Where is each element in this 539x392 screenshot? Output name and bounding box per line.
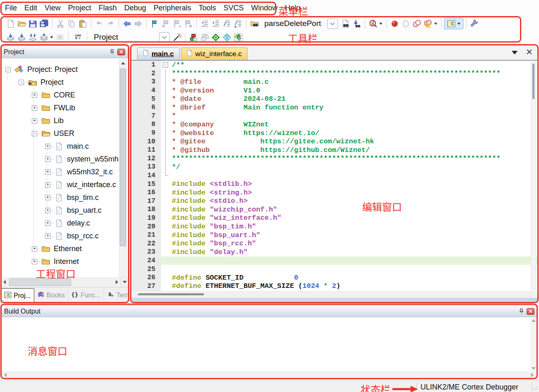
prev-bookmark-icon[interactable] — [160, 18, 171, 29]
tree-item-project-project[interactable]: -Project: Project — [1, 63, 128, 76]
code-line-13[interactable]: 13*/ — [131, 163, 538, 171]
rebuild-icon[interactable] — [27, 32, 38, 43]
build-output-content[interactable] — [1, 317, 538, 371]
tree-item-bsp-rcc-c[interactable]: +bsp_rcc.c — [1, 230, 128, 242]
open-file-icon[interactable] — [16, 18, 27, 29]
code-line-11[interactable]: 11* @github https://github.com/Wiznet/ — [131, 146, 538, 154]
editor-vscrollbar[interactable] — [531, 62, 536, 290]
code-area[interactable]: 1-/**2**********************************… — [131, 61, 538, 291]
menu-item-view[interactable]: View — [41, 4, 64, 12]
code-line-6[interactable]: 6* @brief Main function entry — [131, 103, 538, 112]
code-line-20[interactable]: 20#include "bsp_tim.h" — [131, 222, 538, 231]
code-line-8[interactable]: 8* @company WIZnet — [131, 120, 538, 129]
tree-item-project[interactable]: -Project — [1, 76, 128, 89]
menu-item-window[interactable]: Window — [247, 4, 281, 12]
kill-all-breakpoints-icon[interactable] — [423, 18, 434, 29]
project-tree-vscrollbar[interactable] — [119, 59, 127, 277]
debug-windows-button[interactable] — [444, 18, 463, 29]
undo-icon[interactable] — [94, 18, 105, 29]
resize-grip[interactable] — [534, 384, 538, 392]
save-icon[interactable] — [27, 18, 38, 29]
code-line-17[interactable]: 17#include <stdio.h> — [131, 197, 538, 206]
pin-icon[interactable] — [108, 48, 116, 56]
find-combo-dropdown[interactable] — [327, 19, 338, 29]
build-output-hscrollbar[interactable] — [1, 371, 538, 379]
breakpoints-dropdown-icon[interactable] — [434, 23, 437, 25]
find-in-files-icon[interactable] — [249, 18, 260, 29]
cut-icon[interactable] — [55, 18, 66, 29]
code-line-26[interactable]: 26#define SOCKET_ID 0 — [131, 273, 538, 282]
code-line-21[interactable]: 21#include "bsp_uart.h" — [131, 231, 538, 240]
menu-item-flash[interactable]: Flash — [95, 4, 121, 12]
batch-build-icon[interactable] — [38, 32, 50, 43]
tree-item-main-c[interactable]: +main.c — [1, 140, 128, 153]
indent-right-icon[interactable] — [210, 18, 221, 29]
code-line-27[interactable]: 27#define ETHERNET_BUF_MAX_SIZE (1024 * … — [131, 282, 538, 290]
code-line-7[interactable]: 7* — [131, 112, 538, 121]
code-line-10[interactable]: 10* @gitee https://gitee.com/wiznet-hk — [131, 137, 538, 146]
translate-icon[interactable] — [5, 32, 16, 43]
incremental-find-icon[interactable] — [351, 18, 362, 29]
code-line-15[interactable]: 15#include <stdlib.h> — [131, 180, 538, 188]
disable-all-breakpoints-icon[interactable] — [411, 18, 423, 29]
load-icon[interactable]: LOAD — [71, 32, 84, 43]
editor-tab-main-c[interactable]: main.c — [137, 48, 180, 60]
tree-item-ethernet[interactable]: +Ethernet — [1, 242, 128, 255]
target-options-wand-icon[interactable] — [171, 32, 183, 43]
editor-tab-list-icon[interactable] — [512, 51, 518, 55]
editor-hscrollbar[interactable] — [131, 291, 538, 298]
pack-installer-icon[interactable] — [233, 32, 244, 43]
indent-left-icon[interactable] — [199, 18, 210, 29]
menu-item-peripherals[interactable]: Peripherals — [150, 4, 195, 12]
panel-tab-func[interactable]: {}Func... — [68, 288, 104, 302]
build-pin-icon[interactable] — [518, 308, 525, 315]
manage-rte-icon[interactable] — [210, 32, 221, 43]
build-close-button[interactable] — [527, 308, 534, 315]
code-line-19[interactable]: 19#include "wiz_interface.h" — [131, 214, 538, 223]
disabled-breakpoint-icon[interactable] — [400, 18, 411, 29]
bookmark-icon[interactable] — [149, 18, 160, 29]
build-output-vscrollbar[interactable] — [530, 318, 537, 371]
menu-item-tools[interactable]: Tools — [195, 4, 220, 12]
paste-icon[interactable] — [77, 18, 88, 29]
batch-build-dropdown-icon[interactable] — [50, 36, 53, 38]
quick-find-dropdown-icon[interactable] — [379, 23, 382, 25]
tree-item-user[interactable]: -USER — [1, 127, 128, 140]
find-document-icon[interactable] — [340, 18, 351, 29]
project-close-button[interactable] — [117, 49, 125, 55]
build-icon[interactable] — [16, 32, 27, 43]
stop-build-icon[interactable] — [55, 32, 66, 43]
insert-breakpoint-icon[interactable] — [389, 18, 400, 29]
target-select[interactable]: Project — [94, 33, 159, 42]
code-line-24[interactable]: 24 — [131, 257, 538, 265]
code-line-9[interactable]: 9* @website https://wiznet.io/ — [131, 129, 538, 138]
menu-item-edit[interactable]: Edit — [21, 4, 41, 12]
menu-item-debug[interactable]: Debug — [121, 4, 150, 12]
menu-item-project[interactable]: Project — [64, 4, 95, 12]
select-software-packs-icon[interactable] — [221, 32, 233, 43]
code-line-14[interactable]: 14 — [131, 171, 538, 180]
code-line-23[interactable]: 23#include "delay.h" — [131, 248, 538, 257]
configure-icon[interactable] — [469, 18, 480, 29]
code-line-3[interactable]: 3* @file main.c — [131, 78, 538, 86]
comment-icon[interactable] — [221, 18, 233, 29]
editor-close-icon[interactable] — [527, 49, 532, 56]
target-select-dropdown[interactable] — [159, 32, 170, 43]
tree-item-core[interactable]: +CORE — [1, 89, 128, 102]
menu-item-svcs[interactable]: SVCS — [220, 4, 247, 12]
editor-tab-wiz-interface-c[interactable]: wiz_interface.c — [181, 48, 247, 60]
file-extensions-icon[interactable] — [199, 32, 210, 43]
redo-icon[interactable] — [105, 18, 116, 29]
find-combo-input[interactable]: parseDeletePort — [264, 19, 327, 28]
next-bookmark-icon[interactable] — [171, 18, 183, 29]
code-line-12[interactable]: 12**************************************… — [131, 154, 538, 163]
code-line-25[interactable]: 25 — [131, 265, 538, 273]
code-line-4[interactable]: 4* @version V1.0 — [131, 86, 538, 95]
tree-item-fwlib[interactable]: +FWLib — [1, 102, 128, 114]
code-line-1[interactable]: 1-/** — [131, 61, 538, 69]
code-line-16[interactable]: 16#include <string.h> — [131, 188, 538, 197]
uncomment-icon[interactable] — [233, 18, 244, 29]
code-line-18[interactable]: 18#include "wizchip_conf.h" — [131, 205, 538, 214]
tree-item-bsp-tim-c[interactable]: +bsp_tim.c — [1, 191, 128, 204]
save-all-icon[interactable] — [38, 18, 50, 29]
